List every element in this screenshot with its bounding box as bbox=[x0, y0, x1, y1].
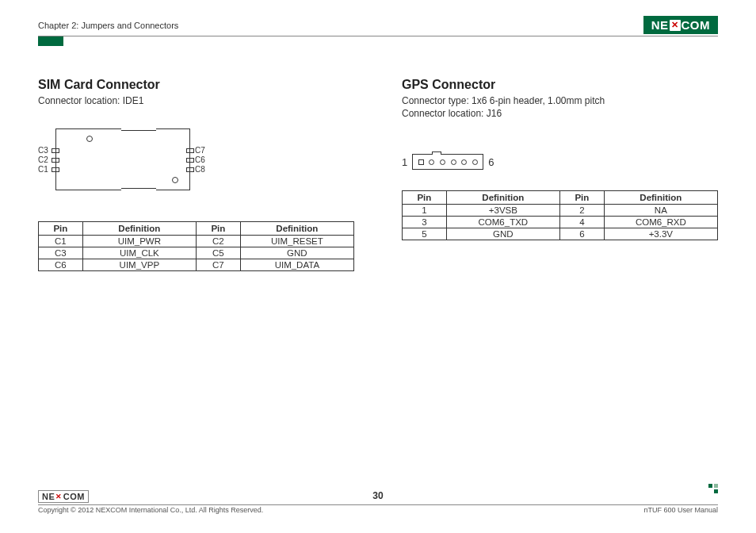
gps-pin-table: Pin Definition Pin Definition 1 +3VSB 2 … bbox=[402, 190, 718, 240]
logo-pre: NE bbox=[651, 18, 669, 32]
sim-section: SIM Card Connector Connector location: I… bbox=[38, 78, 354, 271]
chapter-tab-icon bbox=[38, 36, 63, 46]
gps-title: GPS Connector bbox=[402, 78, 718, 92]
sim-pin-label: C3 bbox=[38, 146, 48, 155]
th-def: Definition bbox=[446, 191, 559, 205]
sim-pin-label: C7 bbox=[195, 146, 205, 155]
th-def: Definition bbox=[240, 222, 353, 236]
sim-pin-label: C2 bbox=[38, 155, 48, 164]
gps-type: Connector type: 1x6 6-pin header, 1.00mm… bbox=[402, 95, 718, 106]
table-row: C6 UIM_VPP C7 UIM_DATA bbox=[39, 259, 354, 271]
sim-pin-label: C8 bbox=[195, 165, 205, 174]
sim-pin-table: Pin Definition Pin Definition C1 UIM_PWR… bbox=[38, 221, 354, 271]
logo-x-icon: ✕ bbox=[670, 20, 681, 31]
sim-title: SIM Card Connector bbox=[38, 78, 354, 92]
corner-icon bbox=[708, 484, 718, 493]
th-pin: Pin bbox=[196, 222, 240, 236]
table-row: 5 GND 6 +3.3V bbox=[403, 228, 718, 240]
copyright: Copyright © 2012 NEXCOM International Co… bbox=[38, 506, 263, 514]
gps-diagram: 1 6 bbox=[402, 154, 718, 170]
sim-location: Connector location: IDE1 bbox=[38, 95, 354, 106]
manual-name: nTUF 600 User Manual bbox=[643, 506, 718, 514]
sim-pin-label: C6 bbox=[195, 155, 205, 164]
th-pin: Pin bbox=[403, 191, 447, 205]
gps-pin-left-label: 1 bbox=[402, 156, 407, 168]
table-row: 3 COM6_TXD 4 COM6_RXD bbox=[403, 217, 718, 228]
th-def: Definition bbox=[604, 191, 717, 205]
gps-connector-icon bbox=[412, 154, 483, 170]
chapter-label: Chapter 2: Jumpers and Connectors bbox=[38, 21, 178, 30]
table-row: C1 UIM_PWR C2 UIM_RESET bbox=[39, 236, 354, 247]
th-pin: Pin bbox=[39, 222, 83, 236]
gps-section: GPS Connector Connector type: 1x6 6-pin … bbox=[402, 78, 718, 271]
sim-diagram: C3 C2 C1 C7 C6 C8 bbox=[38, 128, 204, 204]
nexcom-logo: NE ✕ COM bbox=[643, 16, 718, 34]
gps-location: Connector location: J16 bbox=[402, 108, 718, 119]
sim-pin-label: C1 bbox=[38, 165, 48, 174]
page-number: 30 bbox=[372, 490, 383, 501]
logo-post: COM bbox=[682, 18, 711, 32]
th-def: Definition bbox=[82, 222, 196, 236]
th-pin: Pin bbox=[559, 191, 604, 205]
table-row: 1 +3VSB 2 NA bbox=[403, 205, 718, 217]
table-row: C3 UIM_CLK C5 GND bbox=[39, 247, 354, 259]
gps-pin-right-label: 6 bbox=[488, 156, 494, 168]
